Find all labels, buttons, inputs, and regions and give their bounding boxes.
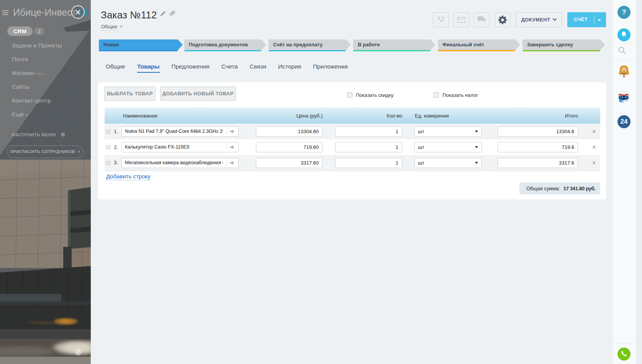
svg-text:24: 24 [625, 100, 627, 101]
